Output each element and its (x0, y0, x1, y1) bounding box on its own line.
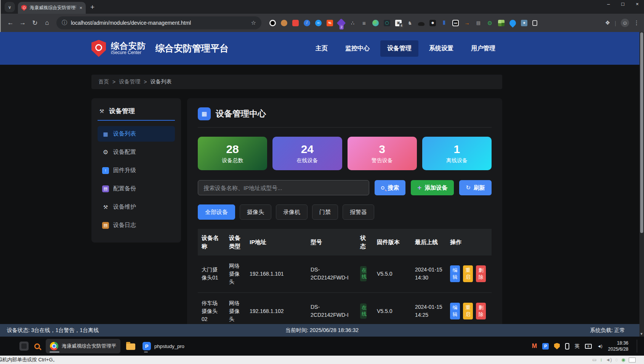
nav-item-home[interactable]: 主页 (309, 40, 335, 57)
ime-indicator[interactable]: 英 (575, 343, 580, 350)
taskbar-chrome-window[interactable]: 海康威视综合安防管理平 (46, 339, 120, 353)
filter-alarms[interactable]: 报警器 (343, 204, 374, 220)
device-search-input[interactable] (198, 180, 369, 195)
restart-button[interactable]: 重启 (463, 265, 473, 282)
search-button[interactable]: 搜索 (375, 180, 405, 195)
camera-extension-icon[interactable]: ▣4 (395, 20, 402, 26)
vertical-scrollbar[interactable]: ▼ (639, 32, 644, 337)
wolf-extension-icon[interactable]: ♞ (407, 20, 413, 26)
taskbar-phpstudy[interactable]: P phpstudy_pro (141, 339, 186, 353)
blue-pin-extension-icon[interactable] (508, 18, 517, 27)
refresh-button[interactable]: ↻ 刷新 (459, 180, 492, 195)
file-explorer-icon[interactable] (126, 343, 135, 350)
tray-shield-icon[interactable] (554, 343, 560, 350)
address-bar[interactable]: ⓘ localhost/admin/modules/device-managem… (56, 16, 261, 29)
edit-button[interactable]: 编辑 (450, 303, 460, 319)
sidebar-item-device-log[interactable]: ▤ 设备日志 (98, 217, 175, 233)
nav-item-system-settings[interactable]: 系统设置 (422, 40, 460, 57)
close-button[interactable]: × (636, 1, 639, 7)
bars-extension-icon[interactable]: ≡ (361, 20, 367, 26)
vm-signal-icon[interactable]: ◉ (622, 358, 625, 362)
globe-extension-icon[interactable] (372, 20, 379, 26)
taskbar-clock[interactable]: 18:36 2025/6/28 (608, 340, 628, 352)
nav-item-user-management[interactable]: 用户管理 (464, 40, 502, 57)
filter-recorders[interactable]: 录像机 (276, 204, 308, 220)
mask-extension-icon[interactable]: ∞ (315, 20, 322, 26)
back-button[interactable]: ← (5, 18, 16, 28)
browser-tab[interactable]: 海康威视综合安防管理平台 - 设 × (18, 2, 86, 14)
tab-search-button[interactable]: ∨ (5, 2, 15, 12)
docs-extension-icon[interactable]: ▤ (475, 20, 482, 26)
reload-button[interactable]: ↻ (30, 18, 40, 28)
tray-p-icon[interactable]: P (542, 343, 549, 350)
green-grid-extension-icon[interactable] (498, 20, 505, 26)
vm-sound-icon[interactable]: ◄) (606, 358, 612, 362)
url-text[interactable]: localhost/admin/modules/device-managemen… (71, 20, 247, 26)
sidebar-item-config-backup[interactable]: ▤ 配置备份 (98, 181, 175, 196)
scrollbar-thumb[interactable] (640, 32, 643, 233)
sidebar-item-firmware-upgrade[interactable]: ↑ 固件升级 (98, 163, 175, 178)
tray-phone-icon[interactable] (565, 343, 569, 350)
filter-access-control[interactable]: 门禁 (312, 204, 338, 220)
delete-button[interactable]: 删除 (476, 303, 486, 319)
green-gear-extension-icon[interactable]: ⚙ (487, 20, 493, 26)
tab-close-icon[interactable]: × (79, 5, 82, 11)
robot-extension-icon[interactable]: ☻ (429, 20, 436, 26)
last-online-cell: 2024-01-15 14:30 (411, 255, 446, 293)
filter-cameras[interactable]: 摄像头 (240, 204, 271, 220)
forward-button[interactable]: → (18, 18, 28, 28)
taskbar-search-icon[interactable] (34, 343, 40, 349)
percent-extension-icon[interactable]: % (327, 20, 333, 26)
dice-extension-icon[interactable] (292, 20, 299, 26)
tray-speaker-icon[interactable]: ◄) (597, 344, 602, 348)
sidebar-item-device-maintenance[interactable]: ⚒ 设备维护 (98, 199, 175, 215)
breadcrumb-device-management[interactable]: 设备管理 (119, 78, 140, 85)
minimize-button[interactable]: – (607, 1, 610, 7)
nav-item-device-management[interactable]: 设备管理 (380, 40, 418, 57)
stat-label: 离线设备 (446, 157, 468, 164)
teal-ring-extension-icon[interactable]: ◯ (384, 20, 390, 26)
dots-cluster-extension-icon[interactable]: ∴ (349, 20, 356, 26)
stat-value: 1 (454, 143, 460, 155)
tray-mail-icon[interactable]: M (532, 343, 537, 350)
home-button[interactable]: ⌂ (42, 18, 52, 28)
notes-extension-icon[interactable] (532, 20, 537, 26)
vm-usb-icon[interactable]: ◌ (615, 358, 618, 362)
brush-extension-icon[interactable]: / (304, 20, 310, 26)
show-desktop-strip[interactable] (637, 340, 639, 353)
scrollbar-down-arrow[interactable]: ▼ (640, 332, 643, 336)
vm-disk-icon[interactable]: ▭ (592, 358, 596, 362)
brand-name-cn: 综合安防 (111, 42, 146, 50)
extensions-puzzle-icon[interactable]: ❖ (605, 19, 610, 26)
sidebar-item-device-list[interactable]: ▦ 设备列表 (98, 126, 175, 142)
sidebar-item-device-config[interactable]: ⚙ 设备配置 (98, 144, 175, 160)
device-type-cell: 网络摄像头 (225, 292, 246, 324)
browser-menu-icon[interactable]: ⋮ (634, 19, 639, 26)
new-tab-button[interactable]: + (90, 3, 95, 11)
vm-network-icon[interactable]: ↕ (600, 358, 602, 362)
taskbar-app-icon[interactable] (19, 342, 29, 351)
blue-pipes-extension-icon[interactable]: ‖ (441, 20, 447, 26)
purple-diamond-extension-icon[interactable]: 2 (336, 18, 346, 27)
tray-display-icon[interactable]: B (585, 344, 592, 349)
maximize-button[interactable]: □ (622, 1, 625, 7)
browser-window: ∨ 海康威视综合安防管理平台 - 设 × + – □ × ← → ↻ ⌂ ⓘ l… (0, 0, 644, 32)
bookmark-star-icon[interactable]: ☆ (251, 19, 256, 26)
orange-arrow-extension-icon[interactable]: → (464, 20, 470, 26)
star-square-extension-icon[interactable]: ★ (521, 20, 527, 26)
start-button[interactable] (5, 342, 14, 350)
nav-item-monitoring[interactable]: 监控中心 (338, 40, 376, 57)
delete-button[interactable]: 删除 (476, 265, 486, 282)
filter-all-devices[interactable]: 全部设备 (198, 204, 235, 220)
hat-extension-icon[interactable] (418, 22, 425, 26)
cookie-extension-icon[interactable] (281, 20, 287, 26)
oo-face-extension-icon[interactable]: oo (452, 20, 459, 26)
breadcrumb-home[interactable]: 首页 (98, 78, 109, 85)
site-info-icon[interactable]: ⓘ (62, 19, 67, 26)
restart-button[interactable]: 重启 (463, 303, 473, 319)
edit-button[interactable]: 编辑 (450, 265, 460, 282)
profile-avatar[interactable]: ☺ (621, 19, 629, 27)
vm-fullscreen-icon[interactable] (629, 358, 636, 362)
ring-circle-extension-icon[interactable] (269, 20, 276, 26)
add-device-button[interactable]: + 添加设备 (411, 180, 454, 195)
